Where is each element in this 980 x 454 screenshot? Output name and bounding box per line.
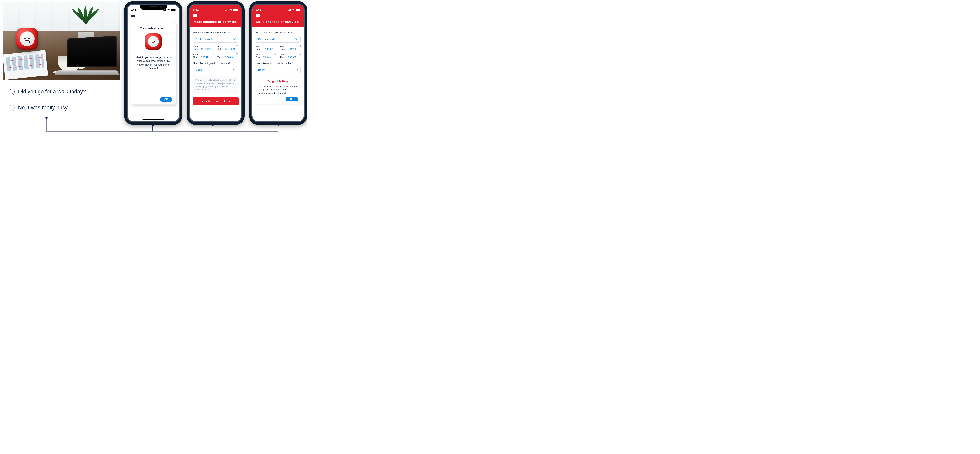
scene-laptop [57,37,116,78]
svg-rect-6 [175,10,176,11]
home-indicator[interactable] [143,119,164,120]
svg-rect-26 [299,45,301,47]
card-title: Your robot is sad. [140,27,167,30]
chevron-down-icon [233,38,235,40]
screen-header: Make changes or carry on. [253,11,304,27]
ok-button[interactable]: OK [160,97,172,102]
habit-form: What habit would you like to build? Go f… [253,27,304,104]
battery-icon [234,9,238,11]
toast-title: You got this Betty! [259,80,298,83]
habit-select[interactable]: Go for a walk [256,36,301,43]
svg-rect-24 [300,10,301,11]
status-bar: 9:41 [253,5,304,11]
end-time-field[interactable]: End Time 7:30 AM [280,53,301,59]
svg-rect-23 [296,9,300,11]
toast-body: Reviewing and restarting your program is… [259,85,298,95]
scene-photo [3,2,120,80]
status-time: 9:41 [131,8,136,11]
screen-header: Make changes or carry on. [190,11,241,27]
frequency-select[interactable]: Daily [193,67,238,73]
menu-button[interactable] [193,11,199,19]
svg-rect-2 [164,10,165,11]
svg-rect-13 [238,10,238,11]
convo-answer: No, I was really busy. [18,105,69,111]
conversation: Did you go for a walk today? No, I was r… [3,83,120,119]
status-icons [163,9,176,11]
svg-rect-5 [172,9,175,11]
start-time-label: Start Time [193,53,200,59]
svg-rect-1 [164,10,164,11]
end-date-field[interactable]: End Date 5/04/2021 [217,45,238,51]
ok-button[interactable]: OK [286,97,298,101]
status-time: 9:41 [193,8,199,11]
svg-rect-15 [236,45,238,47]
phone-mockup-2: 9:41 Make changes or carry on. What habi… [186,1,245,125]
start-time-value: 7:00 AM [263,56,272,59]
end-time-label: End Time [217,53,224,59]
svg-rect-18 [288,10,288,11]
primary-cta-button[interactable]: Let's Roll With This! [192,97,239,105]
end-date-value: 5/04/2021 [288,48,298,50]
phone-mockup-1: 9:41 Your robot is sad. What do you say … [124,1,182,125]
menu-button[interactable] [256,11,261,19]
convo-question: Did you go for a walk today? [18,89,86,95]
clock-icon [212,53,214,56]
start-date-value: 4/13/2021 [201,48,211,50]
frequency-select[interactable]: Daily [256,67,301,73]
end-date-label: End Date [280,45,286,51]
start-date-label: Start Date [193,45,200,51]
svg-rect-8 [226,10,227,11]
speaker-icon [21,18,32,29]
screen-title: Make changes or carry on. [193,19,238,23]
svg-rect-25 [274,45,276,47]
svg-rect-19 [288,10,289,11]
question-habit: What habit would you like to build? [193,31,238,34]
signal-icon [225,9,228,11]
habit-select[interactable]: Go for a walk [193,36,238,43]
start-date-field[interactable]: Start Date 4/13/2021 [256,45,276,51]
chevron-down-icon [233,69,235,71]
habit-form: What habit would you like to build? Go f… [190,27,241,94]
clock-icon [236,53,238,56]
end-date-field[interactable]: End Date 5/04/2021 [280,45,301,51]
chevron-down-icon [295,69,298,71]
robot-device [16,28,38,49]
menu-button[interactable] [127,11,134,20]
end-time-field[interactable]: End Time 7:30 AM [217,53,238,59]
sad-robot-card: Your robot is sad. What do you say we ge… [131,22,176,105]
convo-line-user: No, I was really busy. [5,103,120,112]
start-date-label: Start Date [256,45,262,51]
habit-value: Go for a walk [258,38,275,41]
end-date-value: 5/04/2021 [225,48,235,50]
wifi-icon [292,9,295,11]
battery-icon [296,9,301,11]
robot-sad-icon [145,33,162,50]
svg-rect-10 [228,9,228,11]
status-icons [288,9,301,11]
svg-rect-20 [289,10,290,11]
start-time-field[interactable]: Start Time 7:00 AM [256,53,276,59]
speaker-icon [5,87,18,96]
end-time-label: End Time [280,53,286,59]
success-toast: You got this Betty! Reviewing and restar… [255,77,301,104]
start-date-field[interactable]: Start Date 4/13/2021 [193,45,214,51]
start-time-field[interactable]: Start Time 7:00 AM [193,53,214,59]
screen-title: Make changes or carry on. [256,19,301,23]
frequency-value: Daily [196,68,202,72]
convo-line-robot: Did you go for a walk today? [5,87,120,96]
start-time-value: 7:00 AM [201,56,209,59]
phone-mockup-3: 9:41 Make changes or carry on. What habi… [249,1,307,125]
calendar-icon [236,45,238,48]
svg-rect-3 [165,9,166,11]
end-time-value: 7:30 AM [225,56,233,59]
battery-icon [171,9,176,11]
status-time: 9:41 [256,8,261,11]
end-date-label: End Date [217,45,224,51]
scene-paper [3,50,48,80]
question-frequency: How often will you do this routine? [193,62,238,65]
start-time-label: Start Time [256,53,262,59]
signal-icon [163,9,166,11]
status-icons [225,9,238,11]
card-body: What do you say we get back on track wit… [135,56,172,70]
svg-rect-9 [227,10,228,11]
